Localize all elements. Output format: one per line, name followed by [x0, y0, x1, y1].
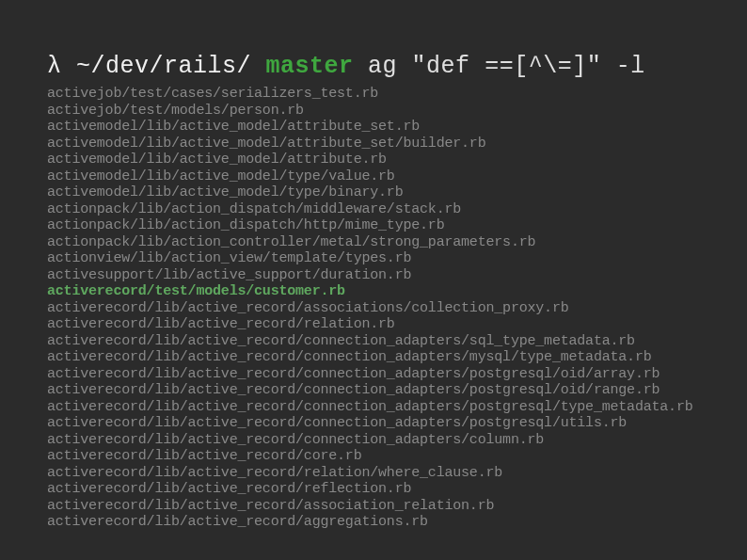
output-line: activemodel/lib/active_model/attribute_s…	[47, 119, 700, 136]
output-line: activerecord/lib/active_record/connectio…	[47, 382, 700, 399]
output-line: activerecord/lib/active_record/connectio…	[47, 349, 700, 366]
output-line: activejob/test/models/person.rb	[47, 103, 700, 120]
terminal-output: activejob/test/cases/serializers_test.rb…	[47, 86, 700, 531]
prompt-lambda: λ	[47, 53, 62, 80]
output-line: activerecord/lib/active_record/associati…	[47, 498, 700, 515]
output-line: activesupport/lib/active_support/duratio…	[47, 267, 700, 284]
prompt-branch: master	[266, 53, 354, 80]
output-line: activemodel/lib/active_model/type/value.…	[47, 168, 700, 185]
output-line: activerecord/lib/active_record/relation.…	[47, 316, 700, 333]
output-line: activerecord/lib/active_record/connectio…	[47, 415, 700, 432]
output-line: activerecord/lib/active_record/aggregati…	[47, 514, 700, 531]
output-line: activerecord/lib/active_record/connectio…	[47, 333, 700, 350]
output-line: actionpack/lib/action_dispatch/middlewar…	[47, 201, 700, 218]
output-line: activerecord/lib/active_record/reflectio…	[47, 481, 700, 498]
output-line: activerecord/lib/active_record/connectio…	[47, 432, 700, 449]
output-line: activerecord/lib/active_record/core.rb	[47, 448, 700, 465]
prompt-path: ~/dev/rails/	[76, 53, 251, 80]
output-line: activerecord/lib/active_record/associati…	[47, 300, 700, 317]
output-line: activemodel/lib/active_model/attribute_s…	[47, 136, 700, 152]
output-line: activerecord/test/models/customer.rb	[47, 283, 700, 300]
output-line: activemodel/lib/active_model/type/binary…	[47, 184, 700, 201]
output-line: actionview/lib/action_view/template/type…	[47, 250, 700, 267]
prompt-command: ag "def ==[^\=]" -l	[368, 53, 645, 80]
output-line: activejob/test/cases/serializers_test.rb	[47, 86, 700, 103]
output-line: actionpack/lib/action_dispatch/http/mime…	[47, 217, 700, 234]
shell-prompt[interactable]: λ ~/dev/rails/ master ag "def ==[^\=]" -…	[47, 53, 700, 80]
output-line: activerecord/lib/active_record/connectio…	[47, 399, 700, 416]
output-line: activerecord/lib/active_record/connectio…	[47, 366, 700, 383]
output-line: actionpack/lib/action_controller/metal/s…	[47, 234, 700, 251]
output-line: activerecord/lib/active_record/relation/…	[47, 465, 700, 482]
output-line: activemodel/lib/active_model/attribute.r…	[47, 152, 700, 168]
